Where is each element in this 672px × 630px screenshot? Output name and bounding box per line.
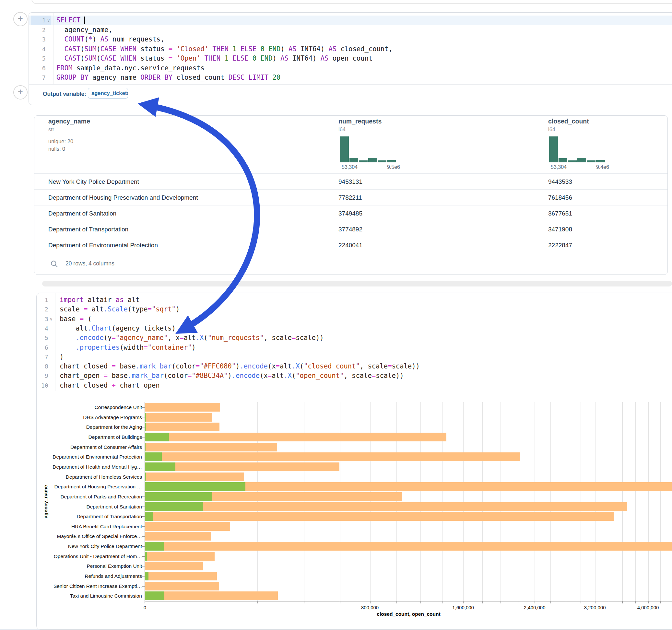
code-token [268, 74, 272, 81]
axis-tick [463, 601, 464, 603]
code-token: 1 [224, 54, 228, 62]
code-token [220, 54, 224, 62]
cell-num-requests: 3749485 [338, 205, 362, 221]
axis-tick [442, 601, 443, 603]
code-token [172, 54, 176, 62]
column-header-closed-count[interactable]: closed_count i64 [548, 118, 589, 132]
code-token [236, 45, 240, 53]
y-axis-label: Department of Buildings [38, 434, 142, 440]
gridline [421, 402, 421, 601]
table-row[interactable]: Department of Housing Preservation and D… [34, 189, 668, 205]
gridline [534, 402, 535, 601]
code-token: closed_count [172, 74, 229, 81]
x-axis-tick-label: 2,400,000 [515, 605, 554, 610]
y-axis-label: Department of Sanitation [38, 504, 142, 510]
code-token: 1 [233, 45, 236, 53]
column-null-count: nulls: 0 [48, 146, 90, 152]
add-cell-button[interactable]: + [13, 12, 28, 26]
column-header-num-requests[interactable]: num_requests i64 [338, 118, 382, 132]
gridline [482, 402, 483, 601]
axis-tick [142, 427, 145, 428]
collapsed-cell-band[interactable] [42, 281, 672, 287]
code-token [116, 54, 120, 62]
code-token: SUM [84, 45, 96, 53]
code-token: 'Open' [176, 54, 200, 62]
gridline [648, 402, 649, 601]
axis-tick [145, 601, 145, 603]
column-header-agency-name[interactable]: agency_name str unique: 20 nulls: 0 [48, 118, 90, 152]
code-line[interactable]: SELECT [56, 16, 85, 25]
add-cell-button-2[interactable]: + [13, 85, 28, 99]
gridline [566, 402, 566, 601]
bar-closed-count [145, 572, 217, 580]
axis-tick [595, 601, 596, 603]
y-axis-label: Department for the Aging [38, 424, 142, 430]
axis-tick [660, 601, 661, 603]
x-axis-title: closed_count, open_count [145, 611, 672, 617]
code-token: FROM [56, 64, 72, 72]
bar-open-count [145, 572, 148, 580]
axis-tick [482, 601, 483, 603]
y-axis-label: Correspondence Unit [38, 405, 142, 410]
bar-closed-count [145, 422, 219, 431]
bar-closed-count [145, 532, 211, 540]
code-token [265, 45, 268, 53]
search-icon[interactable] [50, 260, 58, 268]
y-axis-line [145, 402, 145, 601]
output-variable-value: agency_tickets [88, 90, 128, 96]
cell-agency-name: Department of Housing Preservation and D… [48, 190, 198, 205]
bar-open-count [145, 462, 175, 471]
code-token: 0 [261, 45, 265, 53]
gridline [622, 402, 623, 601]
axis-tick [340, 601, 340, 603]
code-token [229, 54, 233, 62]
histogram-bar [568, 161, 577, 162]
code-token: AS [100, 35, 109, 43]
gridline [518, 402, 519, 601]
cell-agency-name: New York City Police Department [48, 174, 139, 190]
axis-tick [622, 601, 623, 603]
code-token: COUNT [65, 35, 85, 43]
code-line[interactable]: CAST(SUM(CASE WHEN status = 'Open' THEN … [56, 54, 373, 64]
x-axis-tick-label: 800,000 [351, 605, 389, 610]
code-token: ( [80, 45, 84, 53]
python-cell: 123∨45678910 import altair as altscale =… [36, 293, 672, 630]
bar-closed-count [145, 443, 277, 452]
code-token: ) [281, 45, 289, 53]
code-token: AS [328, 45, 336, 53]
num-requests-histogram [340, 137, 396, 162]
code-token: DESC [229, 74, 244, 81]
bar-closed-count [145, 413, 212, 421]
gridline [609, 402, 609, 601]
bar-open-count [145, 591, 164, 600]
code-token: WHEN [121, 45, 137, 53]
cell-agency-name: Department of Environmental Protection [48, 237, 158, 253]
code-token: CAST [65, 45, 80, 53]
bar-open-count [145, 453, 162, 461]
code-line[interactable]: GROUP BY agency_name ORDER BY closed_cou… [56, 73, 281, 83]
code-token [172, 45, 176, 53]
output-variable-chip[interactable]: agency_tickets [88, 88, 128, 98]
code-token: ( [80, 54, 84, 62]
code-line[interactable]: CAST(SUM(CASE WHEN status = 'Closed' THE… [56, 44, 392, 54]
code-line[interactable]: COUNT(*) AS num_requests, [56, 35, 164, 44]
code-line[interactable]: agency_name, [56, 25, 113, 35]
gridline [660, 402, 661, 601]
table-row[interactable]: Department of Sanitation37494853677651 [34, 205, 668, 221]
axis-tick [142, 596, 145, 597]
bar-closed-count [145, 472, 244, 481]
collapse-chevron-icon[interactable]: ∨ [47, 18, 50, 23]
table-row[interactable]: Department of Transportation377489234719… [34, 221, 668, 237]
code-token: ) [273, 54, 281, 62]
table-row[interactable]: Department of Environmental Protection22… [34, 237, 668, 253]
histogram-bar [587, 161, 596, 162]
code-token: status [137, 45, 169, 53]
code-token: INT64) [289, 54, 320, 62]
gridline [370, 402, 370, 601]
histogram-bar [558, 158, 567, 162]
previous-cell-edge [31, 0, 672, 4]
table-row[interactable]: New York City Police Department945313194… [34, 173, 668, 190]
gridline [257, 402, 258, 601]
axis-tick [635, 601, 636, 603]
code-line[interactable]: FROM sample_data.nyc.service_requests [56, 64, 205, 73]
